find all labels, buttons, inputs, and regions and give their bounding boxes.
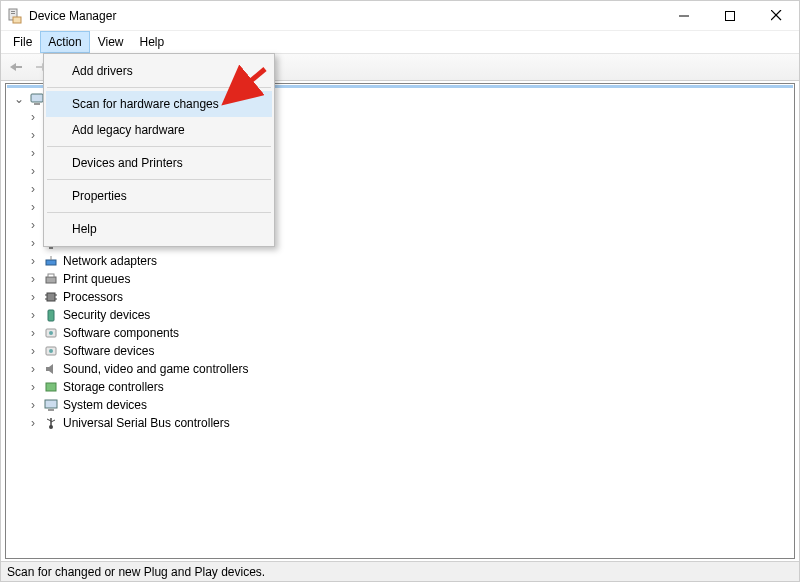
tree-category-label: Software devices [63, 342, 154, 360]
app-icon [7, 8, 23, 24]
window-title: Device Manager [29, 9, 661, 23]
svg-rect-8 [15, 66, 22, 68]
chevron-right-icon[interactable] [27, 306, 39, 324]
chevron-right-icon[interactable] [27, 144, 39, 162]
menu-view[interactable]: View [90, 31, 132, 53]
menu-item-properties[interactable]: Properties [46, 183, 272, 209]
system-icon [43, 397, 59, 413]
storage-icon [43, 379, 59, 395]
status-text: Scan for changed or new Plug and Play de… [7, 565, 265, 579]
cpu-icon [43, 289, 59, 305]
svg-rect-36 [48, 310, 54, 321]
action-menu-dropdown: Add driversScan for hardware changesAdd … [43, 53, 275, 247]
menu-item-scan-for-hardware-changes[interactable]: Scan for hardware changes [46, 91, 272, 117]
chevron-right-icon[interactable] [27, 378, 39, 396]
tree-category[interactable]: Processors [13, 288, 793, 306]
tree-category[interactable]: Universal Serial Bus controllers [13, 414, 793, 432]
chevron-right-icon[interactable] [27, 198, 39, 216]
svg-rect-5 [726, 11, 735, 20]
svg-rect-42 [45, 400, 57, 408]
chevron-right-icon[interactable] [27, 216, 39, 234]
chevron-right-icon[interactable] [27, 360, 39, 378]
statusbar: Scan for changed or new Plug and Play de… [1, 561, 799, 581]
security-icon [43, 307, 59, 323]
softdev-icon [43, 343, 59, 359]
menu-separator [47, 87, 271, 88]
tree-category[interactable]: Sound, video and game controllers [13, 360, 793, 378]
svg-rect-9 [36, 66, 43, 68]
window-controls [661, 1, 799, 31]
maximize-button[interactable] [707, 1, 753, 31]
svg-rect-3 [13, 17, 21, 23]
tree-category[interactable]: Print queues [13, 270, 793, 288]
tree-category-label: Network adapters [63, 252, 157, 270]
chevron-right-icon[interactable] [27, 288, 39, 306]
chevron-down-icon[interactable] [13, 90, 25, 108]
tree-category[interactable]: Network adapters [13, 252, 793, 270]
svg-rect-26 [49, 247, 53, 249]
tree-category[interactable]: Storage controllers [13, 378, 793, 396]
svg-point-40 [49, 349, 53, 353]
close-button[interactable] [753, 1, 799, 31]
svg-rect-27 [46, 260, 56, 265]
chevron-right-icon[interactable] [27, 414, 39, 432]
svg-rect-31 [47, 293, 55, 301]
svg-rect-29 [46, 277, 56, 283]
minimize-button[interactable] [661, 1, 707, 31]
chevron-right-icon[interactable] [27, 252, 39, 270]
chevron-right-icon[interactable] [27, 108, 39, 126]
svg-rect-10 [31, 94, 43, 102]
svg-rect-41 [46, 383, 56, 391]
svg-point-38 [49, 331, 53, 335]
tree-category-label: Software components [63, 324, 179, 342]
svg-rect-11 [34, 103, 40, 105]
network-icon [43, 253, 59, 269]
back-button[interactable] [5, 56, 27, 78]
chevron-right-icon[interactable] [27, 396, 39, 414]
tree-category[interactable]: System devices [13, 396, 793, 414]
menu-separator [47, 179, 271, 180]
tree-category-label: Storage controllers [63, 378, 164, 396]
tree-category[interactable]: Software components [13, 324, 793, 342]
menu-separator [47, 212, 271, 213]
menu-item-help[interactable]: Help [46, 216, 272, 242]
menu-item-add-legacy-hardware[interactable]: Add legacy hardware [46, 117, 272, 143]
titlebar: Device Manager [1, 1, 799, 31]
chevron-right-icon[interactable] [27, 126, 39, 144]
menu-item-devices-and-printers[interactable]: Devices and Printers [46, 150, 272, 176]
menubar: FileActionViewHelp [1, 31, 799, 53]
chevron-right-icon[interactable] [27, 162, 39, 180]
svg-rect-43 [48, 409, 54, 411]
tree-category-label: Print queues [63, 270, 130, 288]
chevron-right-icon[interactable] [27, 234, 39, 252]
svg-rect-1 [11, 11, 15, 12]
menu-file[interactable]: File [5, 31, 40, 53]
tree-category-label: Universal Serial Bus controllers [63, 414, 230, 432]
chevron-right-icon[interactable] [27, 342, 39, 360]
menu-item-add-drivers[interactable]: Add drivers [46, 58, 272, 84]
tree-category[interactable]: Software devices [13, 342, 793, 360]
chevron-right-icon[interactable] [27, 270, 39, 288]
tree-category[interactable]: Security devices [13, 306, 793, 324]
sound-icon [43, 361, 59, 377]
chevron-right-icon[interactable] [27, 180, 39, 198]
tree-category-label: Sound, video and game controllers [63, 360, 248, 378]
chevron-right-icon[interactable] [27, 324, 39, 342]
svg-rect-30 [48, 274, 54, 277]
svg-rect-2 [11, 13, 15, 14]
tree-category-label: Security devices [63, 306, 150, 324]
tree-category-label: Processors [63, 288, 123, 306]
menu-separator [47, 146, 271, 147]
tree-category-label: System devices [63, 396, 147, 414]
softcomp-icon [43, 325, 59, 341]
print-icon [43, 271, 59, 287]
menu-help[interactable]: Help [132, 31, 173, 53]
menu-action[interactable]: Action [40, 31, 89, 53]
usb-icon [43, 415, 59, 431]
